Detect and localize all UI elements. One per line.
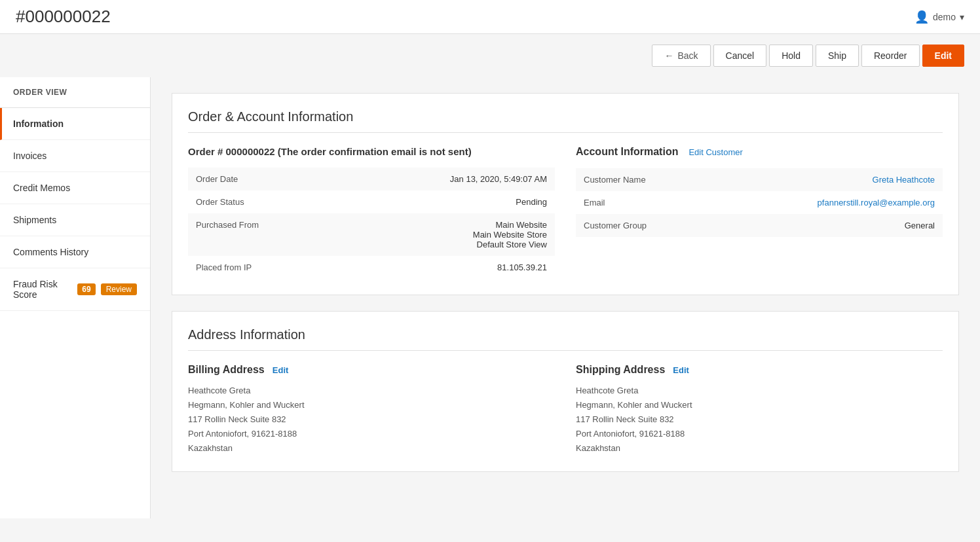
ship-button[interactable]: Ship	[816, 45, 859, 67]
hold-button[interactable]: Hold	[769, 45, 813, 67]
sidebar-item-information[interactable]: Information	[0, 108, 150, 140]
page-title: #000000022	[16, 7, 111, 27]
order-status-value: Pending	[339, 190, 555, 213]
sidebar-item-label: Comments History	[13, 247, 88, 257]
user-icon: 👤	[914, 10, 929, 24]
customer-group-value: General	[712, 214, 943, 237]
table-row: Customer Name Greta Heathcote	[576, 168, 943, 191]
account-info-table: Customer Name Greta Heathcote Email pfan…	[576, 168, 943, 237]
billing-edit-link[interactable]: Edit	[273, 365, 289, 375]
shipping-address-title: Shipping Address	[576, 364, 665, 376]
customer-group-label: Customer Group	[576, 214, 712, 237]
sidebar-item-credit-memos[interactable]: Credit Memos	[0, 172, 150, 204]
email-value: pfannerstill.royal@example.org	[712, 191, 943, 214]
shipping-address-text: Heathcote Greta Hegmann, Kohler and Wuck…	[576, 384, 943, 456]
user-menu[interactable]: 👤 demo ▾	[914, 10, 964, 24]
sidebar-item-label: Shipments	[13, 215, 56, 225]
billing-address-text: Heathcote Greta Hegmann, Kohler and Wuck…	[188, 384, 555, 456]
shipping-address-col: Shipping Address Edit Heathcote Greta He…	[576, 364, 943, 456]
order-status-label: Order Status	[188, 190, 339, 213]
table-row: Purchased From Main WebsiteMain Website …	[188, 213, 555, 256]
back-button[interactable]: ← Back	[652, 45, 710, 67]
order-date-label: Order Date	[188, 168, 339, 190]
placed-from-value: 81.105.39.21	[339, 256, 555, 279]
sidebar-item-label: Fraud Risk Score	[13, 279, 77, 300]
order-info-heading: Order # 000000022 (The order confirmatio…	[188, 146, 555, 157]
account-info-col: Account Information Edit Customer Custom…	[576, 146, 943, 279]
purchased-from-label: Purchased From	[188, 213, 339, 256]
customer-name-value: Greta Heathcote	[712, 168, 943, 191]
main-layout: ORDER VIEW Information Invoices Credit M…	[0, 77, 980, 534]
order-info-col: Order # 000000022 (The order confirmatio…	[188, 146, 555, 279]
user-caret-icon: ▾	[960, 12, 964, 22]
account-info-title: Account Information	[576, 146, 678, 158]
order-section-title: Order & Account Information	[188, 109, 943, 133]
fraud-score-badge: 69	[77, 283, 95, 295]
address-section-title: Address Information	[188, 327, 943, 351]
billing-address-title: Billing Address	[188, 364, 265, 376]
billing-address-header: Billing Address Edit	[188, 364, 555, 376]
purchased-from-value: Main WebsiteMain Website StoreDefault St…	[339, 213, 555, 256]
address-columns: Billing Address Edit Heathcote Greta Heg…	[188, 364, 943, 456]
sidebar-item-fraud-risk-score[interactable]: Fraud Risk Score 69 Review	[0, 268, 150, 311]
edit-button[interactable]: Edit	[922, 45, 964, 67]
table-row: Order Status Pending	[188, 190, 555, 213]
table-row: Placed from IP 81.105.39.21	[188, 256, 555, 279]
order-account-columns: Order # 000000022 (The order confirmatio…	[188, 146, 943, 279]
sidebar-item-label: Invoices	[13, 151, 47, 161]
fraud-review-button[interactable]: Review	[101, 283, 137, 295]
sidebar-item-shipments[interactable]: Shipments	[0, 204, 150, 236]
cancel-button[interactable]: Cancel	[713, 45, 767, 67]
sidebar: ORDER VIEW Information Invoices Credit M…	[0, 77, 151, 518]
shipping-address-header: Shipping Address Edit	[576, 364, 943, 376]
table-row: Order Date Jan 13, 2020, 5:49:07 AM	[188, 168, 555, 190]
sidebar-header: ORDER VIEW	[0, 77, 150, 108]
address-section: Address Information Billing Address Edit…	[172, 311, 959, 472]
sidebar-item-comments-history[interactable]: Comments History	[0, 236, 150, 268]
sidebar-item-label: Information	[13, 118, 64, 129]
back-arrow-icon: ←	[664, 50, 673, 61]
placed-from-label: Placed from IP	[188, 256, 339, 279]
shipping-edit-link[interactable]: Edit	[673, 365, 689, 375]
sidebar-item-label: Credit Memos	[13, 183, 70, 193]
order-date-value: Jan 13, 2020, 5:49:07 AM	[339, 168, 555, 190]
email-label: Email	[576, 191, 712, 214]
billing-address-col: Billing Address Edit Heathcote Greta Heg…	[188, 364, 555, 456]
reorder-button[interactable]: Reorder	[861, 45, 920, 67]
table-row: Customer Group General	[576, 214, 943, 237]
order-info-table: Order Date Jan 13, 2020, 5:49:07 AM Orde…	[188, 168, 555, 279]
username: demo	[933, 12, 956, 22]
order-account-section: Order & Account Information Order # 0000…	[172, 93, 959, 295]
action-toolbar: ← Back Cancel Hold Ship Reorder Edit	[0, 34, 980, 77]
customer-name-label: Customer Name	[576, 168, 712, 191]
edit-customer-link[interactable]: Edit Customer	[688, 147, 742, 157]
sidebar-item-invoices[interactable]: Invoices	[0, 140, 150, 172]
account-info-header: Account Information Edit Customer	[576, 146, 943, 158]
fraud-score-wrapper: 69 Review	[77, 283, 137, 295]
table-row: Email pfannerstill.royal@example.org	[576, 191, 943, 214]
content-area: Order & Account Information Order # 0000…	[151, 77, 980, 518]
top-bar: #000000022 👤 demo ▾	[0, 0, 980, 34]
